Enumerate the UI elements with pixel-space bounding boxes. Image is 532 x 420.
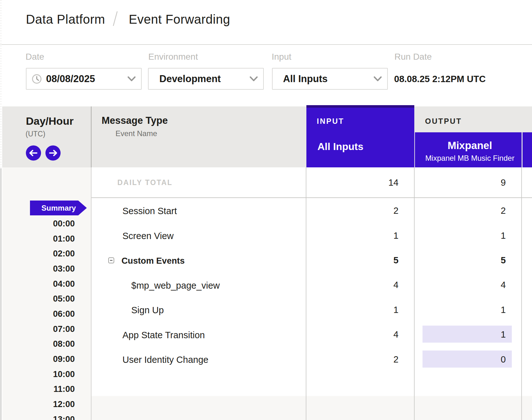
svg-text:Summary: Summary	[41, 204, 76, 212]
